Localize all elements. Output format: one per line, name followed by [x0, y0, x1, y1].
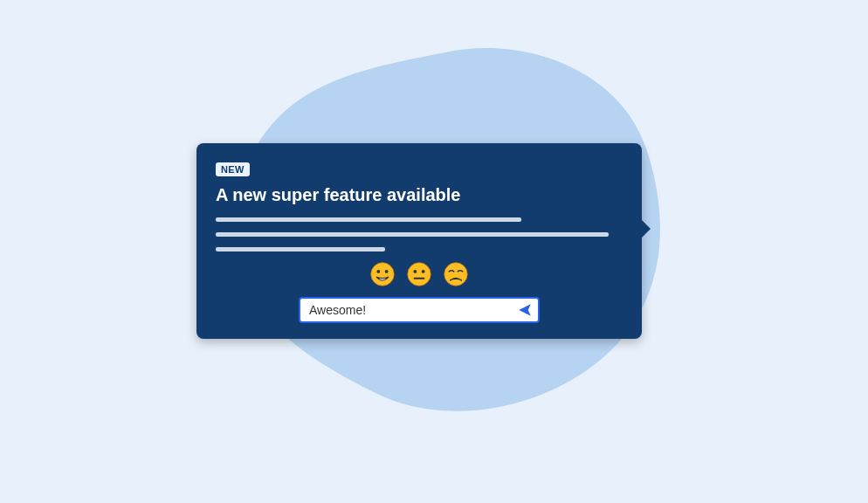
text-line: [216, 217, 521, 222]
svg-point-2: [385, 270, 389, 273]
send-button[interactable]: [517, 302, 533, 318]
svg-point-3: [408, 263, 431, 286]
svg-point-5: [422, 270, 425, 273]
svg-point-0: [371, 263, 394, 286]
new-badge: NEW: [216, 162, 250, 176]
text-line: [216, 232, 609, 237]
feature-tooltip-card: NEW A new super feature available: [196, 143, 642, 339]
reaction-row: [216, 262, 623, 286]
svg-point-1: [376, 270, 380, 273]
text-line: [216, 247, 385, 252]
sad-face-icon[interactable]: [444, 262, 468, 286]
send-icon: [517, 302, 533, 318]
card-title: A new super feature available: [216, 185, 623, 205]
feedback-input[interactable]: [309, 303, 517, 317]
svg-point-4: [413, 270, 417, 273]
description-placeholder: [216, 217, 623, 252]
svg-point-7: [444, 263, 467, 286]
neutral-face-icon[interactable]: [407, 262, 431, 286]
happy-face-icon[interactable]: [370, 262, 395, 286]
feedback-input-wrap: [299, 297, 540, 323]
